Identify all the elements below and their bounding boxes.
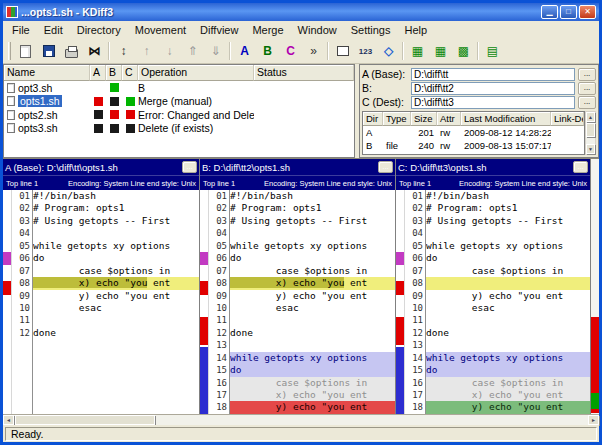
- code-line[interactable]: done: [33, 327, 199, 339]
- file-row[interactable]: opt3.shB: [4, 81, 354, 95]
- pane-browse-button[interactable]: ...: [182, 161, 197, 173]
- menu-edit[interactable]: Edit: [37, 22, 70, 38]
- scroll-up-icon[interactable]: ▲: [586, 112, 595, 122]
- code-line[interactable]: while getopts xy options: [426, 240, 590, 252]
- file-info-vscrollbar[interactable]: ▲ ▼: [585, 111, 596, 155]
- show-line-numbers-icon[interactable]: 123: [354, 41, 377, 62]
- code-line[interactable]: # Program: opts1: [230, 202, 395, 214]
- code-line[interactable]: do: [426, 364, 590, 376]
- code-line[interactable]: [230, 339, 395, 351]
- code-line[interactable]: done: [230, 327, 395, 339]
- code-line[interactable]: y) echo "you ent: [33, 290, 199, 302]
- auto-advance-icon[interactable]: »: [302, 41, 325, 62]
- column-header-operation[interactable]: Operation: [138, 65, 254, 81]
- code-line[interactable]: y) echo "you ent: [426, 401, 590, 413]
- file-row[interactable]: opts2.shError: Changed and Deleted: [4, 108, 354, 122]
- pane-body[interactable]: 010203040506070809101112#!/bin/bash# Pro…: [3, 190, 199, 414]
- save-icon[interactable]: [37, 41, 60, 62]
- info-column-attr[interactable]: Attr: [437, 112, 461, 126]
- scroll-right-icon[interactable]: ►: [588, 415, 599, 425]
- scroll-down-icon[interactable]: ▼: [586, 144, 595, 154]
- code-line[interactable]: [230, 314, 395, 326]
- info-column-lastmodification[interactable]: Last Modification: [461, 112, 551, 126]
- code-line[interactable]: y) echo "you ent: [426, 290, 590, 302]
- pane-body[interactable]: 010203040506070809101112131415161718#!/b…: [200, 190, 395, 414]
- next-delta-icon[interactable]: ↓: [158, 41, 181, 62]
- menu-directory[interactable]: Directory: [70, 22, 128, 38]
- code-line[interactable]: [426, 227, 590, 239]
- code-line[interactable]: [33, 227, 199, 239]
- info-column-size[interactable]: Size: [411, 112, 437, 126]
- toolbar-grip[interactable]: [8, 42, 11, 60]
- code-line[interactable]: while getopts xy options: [426, 352, 590, 364]
- code-line[interactable]: case $options in: [230, 377, 395, 389]
- dir-rescan-icon[interactable]: ▦: [406, 41, 429, 62]
- close-button[interactable]: ✕: [579, 5, 596, 19]
- code-line[interactable]: [426, 314, 590, 326]
- prev-conflict-icon[interactable]: ⇑: [181, 41, 204, 62]
- info-column-type[interactable]: Type: [383, 112, 411, 126]
- maximize-button[interactable]: □: [560, 5, 577, 19]
- code-line[interactable]: [230, 227, 395, 239]
- code-line[interactable]: esac: [426, 302, 590, 314]
- code-line[interactable]: x) echo "you ent: [230, 277, 395, 289]
- code-line[interactable]: do: [33, 252, 199, 264]
- vscroll-thumb[interactable]: [586, 123, 595, 137]
- dir-path-b[interactable]: D:\diff\tt2: [411, 82, 575, 95]
- merge-icon[interactable]: ⋈: [83, 41, 106, 62]
- code-line[interactable]: case $options in: [33, 265, 199, 277]
- print-icon[interactable]: [60, 41, 83, 62]
- code-line[interactable]: [33, 314, 199, 326]
- info-column-linkdesti[interactable]: Link-Desti: [551, 112, 584, 126]
- column-header-c[interactable]: C: [122, 65, 138, 81]
- menu-window[interactable]: Window: [291, 22, 344, 38]
- code-line[interactable]: x) echo "you ent: [426, 389, 590, 401]
- code-line[interactable]: # Program: opts1: [33, 202, 199, 214]
- code-line[interactable]: do: [230, 252, 395, 264]
- code-line[interactable]: while getopts xy options: [230, 240, 395, 252]
- dir-run-current-icon[interactable]: ▩: [452, 41, 475, 62]
- file-info-row[interactable]: A201rw2009-08-12 14:28:22: [363, 126, 584, 139]
- code-line[interactable]: [426, 339, 590, 351]
- dir-start-merge-icon[interactable]: ▦: [429, 41, 452, 62]
- column-header-name[interactable]: Name: [4, 65, 90, 81]
- code-line[interactable]: do: [230, 364, 395, 376]
- pane-body[interactable]: 010203040506070809101112131415161718#!/b…: [396, 190, 590, 414]
- select-a-icon[interactable]: A: [233, 41, 256, 62]
- show-whitespace-icon[interactable]: [331, 41, 354, 62]
- file-row[interactable]: opts1.shMerge (manual): [4, 95, 354, 109]
- code-line[interactable]: done: [426, 327, 590, 339]
- menu-diffview[interactable]: Diffview: [193, 22, 245, 38]
- code-line[interactable]: case $options in: [426, 265, 590, 277]
- column-header-a[interactable]: A: [90, 65, 106, 81]
- code-column[interactable]: #!/bin/bash# Program: opts1# Using getop…: [230, 190, 395, 414]
- column-header-b[interactable]: B: [106, 65, 122, 81]
- code-line[interactable]: x) echo "you ent: [33, 277, 199, 289]
- code-line[interactable]: # Using getopts -- First: [426, 215, 590, 227]
- code-line[interactable]: x) echo "you ent: [230, 389, 395, 401]
- code-line[interactable]: while getopts xy options: [33, 240, 199, 252]
- menu-movement[interactable]: Movement: [128, 22, 193, 38]
- minimize-button[interactable]: ▁: [541, 5, 558, 19]
- file-row[interactable]: opts3.shDelete (if exists): [4, 122, 354, 136]
- browse-a-button[interactable]: ...: [578, 68, 596, 81]
- code-line[interactable]: y) echo "you ent: [230, 401, 395, 413]
- menu-help[interactable]: Help: [397, 22, 434, 38]
- code-line[interactable]: do: [426, 252, 590, 264]
- code-line[interactable]: #!/bin/bash: [33, 190, 199, 202]
- browse-c-button[interactable]: ...: [578, 96, 596, 109]
- code-column[interactable]: #!/bin/bash# Program: opts1# Using getop…: [426, 190, 590, 414]
- dir-merge-mode-icon[interactable]: ▤: [481, 41, 504, 62]
- info-column-dir[interactable]: Dir: [363, 112, 383, 126]
- dir-path-a[interactable]: D:\diff\tt: [411, 68, 575, 81]
- overview-column[interactable]: [590, 159, 599, 414]
- open-icon[interactable]: [14, 41, 37, 62]
- code-line[interactable]: case $options in: [230, 265, 395, 277]
- code-line[interactable]: #!/bin/bash: [426, 190, 590, 202]
- code-line[interactable]: # Program: opts1: [426, 202, 590, 214]
- scroll-left-icon[interactable]: ◄: [3, 415, 14, 425]
- code-line[interactable]: case $options in: [426, 377, 590, 389]
- pane-browse-button[interactable]: ...: [378, 161, 393, 173]
- code-line[interactable]: #!/bin/bash: [230, 190, 395, 202]
- menu-file[interactable]: File: [5, 22, 37, 38]
